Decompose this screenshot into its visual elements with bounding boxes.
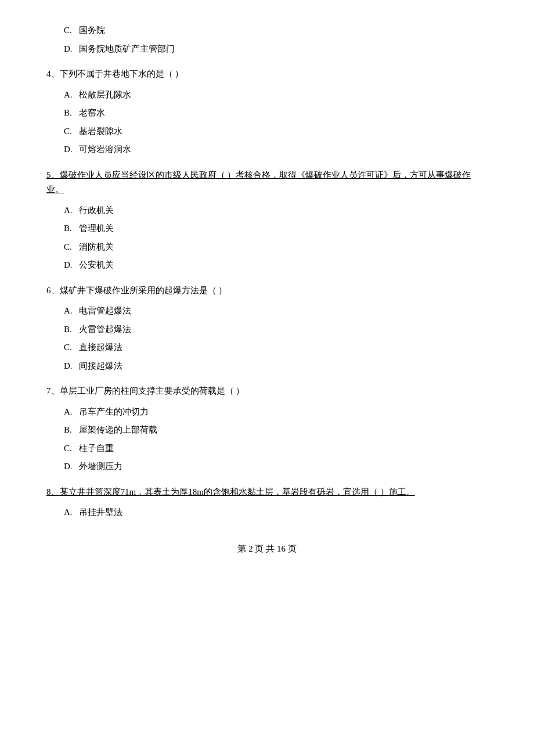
question-5: 5、爆破作业人员应当经设区的市级人民政府（ ）考核合格，取得《爆破作业人员许可证… — [46, 168, 488, 273]
option-label: A. — [64, 304, 79, 319]
option-text: 消防机关 — [79, 240, 488, 255]
option-label: B. — [64, 221, 79, 236]
option-7a: A. 吊车产生的冲切力 — [64, 405, 488, 420]
question-prev-cd: C. 国务院 D. 国务院地质矿产主管部门 — [46, 23, 488, 56]
option-label: D. — [64, 42, 79, 57]
option-text: 公安机关 — [79, 258, 488, 273]
option-text: 吊挂井壁法 — [79, 505, 488, 520]
option-label: D. — [64, 258, 79, 273]
option-label: A. — [64, 405, 79, 420]
option-text: 屋架传递的上部荷载 — [79, 423, 488, 438]
option-label: D. — [64, 459, 79, 474]
option-5c: C. 消防机关 — [64, 240, 488, 255]
option-label: C. — [64, 441, 79, 456]
option-text: 电雷管起爆法 — [79, 304, 488, 319]
option-4a: A. 松散层孔隙水 — [64, 88, 488, 103]
question-4: 4、下列不属于井巷地下水的是（ ） A. 松散层孔隙水 B. 老窑水 C. 基岩… — [46, 67, 488, 157]
option-text: 国务院 — [79, 23, 488, 38]
question-7-text: 7、单层工业厂房的柱间支撑主要承受的荷载是（ ） — [46, 384, 488, 399]
option-label: D. — [64, 359, 79, 374]
option-text: 行政机关 — [79, 203, 488, 218]
page-footer: 第 2 页 共 16 页 — [46, 543, 488, 555]
option-label: B. — [64, 322, 79, 337]
option-6a: A. 电雷管起爆法 — [64, 304, 488, 319]
option-text: 松散层孔隙水 — [79, 88, 488, 103]
option-label: A. — [64, 88, 79, 103]
option-c-guowuyuan: C. 国务院 — [64, 23, 488, 38]
option-5b: B. 管理机关 — [64, 221, 488, 236]
option-4d: D. 可熔岩溶洞水 — [64, 142, 488, 157]
question-6: 6、煤矿井下爆破作业所采用的起爆方法是（ ） A. 电雷管起爆法 B. 火雷管起… — [46, 283, 488, 374]
option-text: 外墙测压力 — [79, 459, 488, 474]
option-label: A. — [64, 203, 79, 218]
option-5a: A. 行政机关 — [64, 203, 488, 218]
question-4-text: 4、下列不属于井巷地下水的是（ ） — [46, 67, 488, 82]
option-label: C. — [64, 240, 79, 255]
option-text: 可熔岩溶洞水 — [79, 142, 488, 157]
option-label: B. — [64, 106, 79, 121]
option-label: C. — [64, 23, 79, 38]
option-text: 间接起爆法 — [79, 359, 488, 374]
option-label: B. — [64, 423, 79, 438]
question-6-text: 6、煤矿井下爆破作业所采用的起爆方法是（ ） — [46, 283, 488, 298]
option-5d: D. 公安机关 — [64, 258, 488, 273]
option-4b: B. 老窑水 — [64, 106, 488, 121]
option-text: 管理机关 — [79, 221, 488, 236]
option-text: 基岩裂隙水 — [79, 124, 488, 139]
option-7c: C. 柱子自重 — [64, 441, 488, 456]
option-label: A. — [64, 505, 79, 520]
option-text: 吊车产生的冲切力 — [79, 405, 488, 420]
option-label: D. — [64, 142, 79, 157]
page-number: 第 2 页 共 16 页 — [237, 544, 296, 553]
question-8-text: 8、某立井井筒深度71m，其表土为厚18m的含饱和水黏土层，基岩段有砾岩，宜选用… — [46, 485, 488, 500]
option-6b: B. 火雷管起爆法 — [64, 322, 488, 337]
option-7b: B. 屋架传递的上部荷载 — [64, 423, 488, 438]
option-text: 火雷管起爆法 — [79, 322, 488, 337]
option-8a: A. 吊挂井壁法 — [64, 505, 488, 520]
option-6d: D. 间接起爆法 — [64, 359, 488, 374]
option-text: 直接起爆法 — [79, 340, 488, 355]
question-7: 7、单层工业厂房的柱间支撑主要承受的荷载是（ ） A. 吊车产生的冲切力 B. … — [46, 384, 488, 474]
option-label: C. — [64, 340, 79, 355]
option-6c: C. 直接起爆法 — [64, 340, 488, 355]
option-d-guowuyuan: D. 国务院地质矿产主管部门 — [64, 42, 488, 57]
option-label: C. — [64, 124, 79, 139]
option-text: 柱子自重 — [79, 441, 488, 456]
option-text: 老窑水 — [79, 106, 488, 121]
question-8: 8、某立井井筒深度71m，其表土为厚18m的含饱和水黏土层，基岩段有砾岩，宜选用… — [46, 485, 488, 520]
option-text: 国务院地质矿产主管部门 — [79, 42, 488, 57]
option-7d: D. 外墙测压力 — [64, 459, 488, 474]
question-5-text: 5、爆破作业人员应当经设区的市级人民政府（ ）考核合格，取得《爆破作业人员许可证… — [46, 168, 488, 197]
option-4c: C. 基岩裂隙水 — [64, 124, 488, 139]
